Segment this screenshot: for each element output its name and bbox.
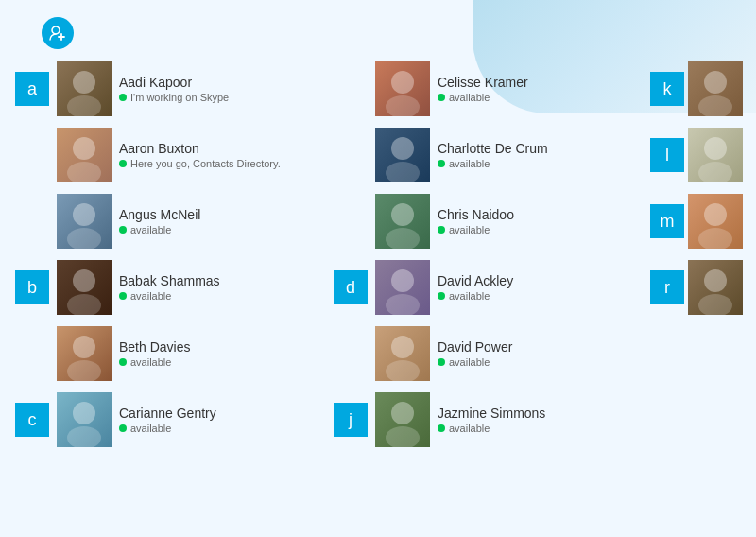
partial-contact-row[interactable]: l: [650, 123, 743, 187]
contact-name: Angus McNeil: [119, 207, 200, 222]
contact-row[interactable]: d David Ackleyavailable: [334, 255, 641, 320]
partial-contact-row[interactable]: k: [650, 57, 743, 121]
column-right: k l m r: [646, 57, 747, 518]
contact-row[interactable]: Chris Naidooavailable: [334, 189, 641, 253]
status-dot: [119, 358, 127, 366]
contact-row[interactable]: Charlotte De Crumavailable: [334, 123, 641, 187]
column-middle: Celisse Krameravailable Charlotte De Cru…: [328, 57, 646, 518]
contact-row[interactable]: c Carianne Gentryavailable: [15, 388, 322, 452]
avatar: [57, 194, 112, 249]
svg-point-34: [698, 294, 732, 315]
svg-point-9: [73, 269, 95, 292]
add-contact-icon: [49, 25, 66, 42]
contact-status: available: [438, 290, 513, 302]
svg-point-27: [704, 71, 727, 94]
status-text: available: [130, 290, 171, 302]
svg-point-22: [386, 294, 420, 315]
contact-info: Chris Naidooavailable: [438, 207, 514, 235]
letter-badge: m: [650, 204, 684, 238]
letter-badge: a: [15, 72, 49, 106]
contact-name: Celisse Kramer: [438, 75, 528, 90]
contact-info: David Poweravailable: [438, 339, 512, 368]
status-dot: [438, 358, 445, 366]
contact-row[interactable]: Beth Daviesavailable: [15, 321, 322, 386]
avatar: [57, 61, 112, 116]
avatar: [375, 392, 430, 447]
status-dot: [438, 160, 445, 167]
contact-row[interactable]: j Jazmine Simmonsavailable: [334, 388, 641, 452]
avatar: [57, 326, 112, 381]
status-dot: [438, 424, 445, 432]
contact-status: available: [119, 423, 216, 434]
status-dot: [119, 160, 127, 167]
status-text: available: [449, 224, 490, 235]
contact-name: Beth Davies: [119, 339, 190, 355]
contact-info: Charlotte De Crumavailable: [438, 141, 548, 169]
svg-point-18: [386, 162, 420, 182]
svg-point-14: [67, 426, 101, 447]
contact-status: available: [438, 356, 512, 368]
avatar: [375, 260, 430, 315]
partial-contact-row[interactable]: r: [650, 255, 743, 320]
svg-point-4: [67, 95, 101, 116]
status-dot: [438, 94, 445, 101]
svg-point-6: [67, 162, 101, 182]
contact-info: Celisse Krameravailable: [438, 75, 528, 103]
avatar: [57, 392, 112, 447]
contact-name: Charlotte De Crum: [438, 141, 548, 156]
status-dot: [119, 226, 127, 234]
contact-info: Angus McNeilavailable: [119, 207, 200, 235]
avatar: [375, 128, 430, 182]
status-text: available: [449, 158, 490, 169]
contact-row[interactable]: David Poweravailable: [334, 321, 641, 386]
status-text: available: [130, 224, 171, 235]
avatar: [57, 260, 112, 315]
svg-point-12: [67, 360, 101, 381]
svg-point-30: [698, 162, 732, 182]
contact-status: available: [119, 290, 220, 302]
status-text: available: [130, 423, 171, 434]
contact-row[interactable]: Celisse Krameravailable: [334, 57, 641, 121]
svg-point-23: [391, 336, 414, 358]
status-text: Here you go, Contacts Directory.: [130, 158, 281, 169]
contact-info: David Ackleyavailable: [438, 273, 513, 302]
contact-name: Carianne Gentry: [119, 406, 216, 421]
svg-point-31: [704, 203, 727, 226]
status-dot: [119, 292, 127, 300]
avatar: [375, 326, 430, 381]
contact-name: Babak Shammas: [119, 273, 220, 288]
letter-badge: b: [15, 270, 49, 304]
status-text: available: [130, 356, 171, 368]
contact-row[interactable]: b Babak Shammasavailable: [15, 255, 322, 320]
svg-point-28: [698, 95, 732, 116]
contact-row[interactable]: Angus McNeilavailable: [15, 189, 322, 253]
status-dot: [119, 94, 127, 101]
svg-point-11: [73, 336, 95, 358]
svg-point-20: [386, 228, 420, 249]
letter-badge: c: [15, 403, 49, 437]
letter-badge: d: [334, 270, 368, 304]
contacts-area: a Aadi KapoorI'm working on Skype Aaron …: [0, 57, 756, 518]
status-dot: [438, 292, 445, 300]
status-text: available: [449, 290, 490, 302]
contact-info: Aadi KapoorI'm working on Skype: [119, 75, 229, 103]
svg-point-19: [391, 203, 414, 226]
avatar: [688, 128, 743, 182]
contact-name: Chris Naidoo: [438, 207, 514, 222]
contact-status: available: [438, 423, 545, 434]
contact-status: available: [119, 356, 190, 368]
status-text: available: [449, 92, 490, 103]
contact-info: Aaron BuxtonHere you go, Contacts Direct…: [119, 141, 281, 169]
avatar: [688, 194, 743, 249]
contact-row[interactable]: Aaron BuxtonHere you go, Contacts Direct…: [15, 123, 322, 187]
add-contact-button[interactable]: [42, 17, 74, 49]
avatar: [688, 61, 743, 116]
header: [0, 0, 756, 57]
svg-point-13: [73, 402, 95, 424]
svg-point-10: [67, 294, 101, 315]
contact-row[interactable]: a Aadi KapoorI'm working on Skype: [15, 57, 322, 121]
partial-contact-row[interactable]: m: [650, 189, 743, 253]
contact-name: David Power: [438, 339, 512, 355]
status-dot: [438, 226, 445, 234]
status-text: available: [449, 356, 490, 368]
